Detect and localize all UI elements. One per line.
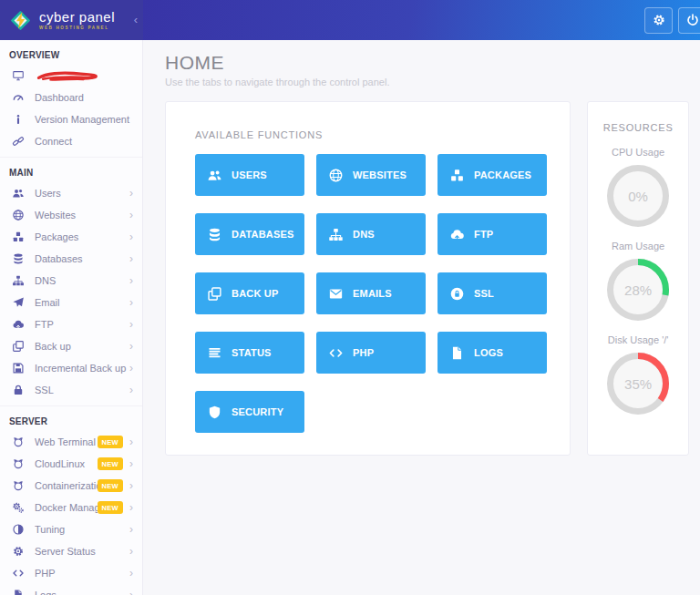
sidebar-item-dns[interactable]: DNS› bbox=[0, 270, 142, 292]
resources-panel: RESOURCES CPU Usage0%Ram Usage28%Disk Us… bbox=[587, 101, 689, 456]
sidebar-item-hostname[interactable] bbox=[0, 65, 142, 87]
sidebar-item-docker-manager[interactable]: Docker ManagerNEW› bbox=[0, 497, 142, 518]
sidebar-item-back-up[interactable]: Back up› bbox=[0, 335, 142, 357]
users-icon bbox=[207, 168, 222, 183]
sitemap-icon bbox=[12, 274, 25, 287]
main-content: HOME Use the tabs to navigate through th… bbox=[143, 40, 700, 595]
top-header: cyber panel WEB HOSTING PANEL ‹ bbox=[0, 0, 700, 40]
copy-icon bbox=[12, 340, 25, 353]
function-button-label: DATABASES bbox=[232, 229, 294, 240]
sidebar-item-packages[interactable]: Packages› bbox=[0, 226, 142, 248]
sidebar-item-email[interactable]: Email› bbox=[0, 292, 142, 313]
cubes-icon bbox=[12, 231, 25, 243]
dashboard-icon bbox=[12, 91, 25, 104]
function-button-label: SSL bbox=[474, 288, 494, 299]
sidebar-item-connect[interactable]: Connect bbox=[0, 130, 142, 152]
function-button-label: DNS bbox=[353, 229, 375, 240]
link-icon bbox=[12, 135, 25, 148]
lock-icon bbox=[12, 384, 25, 396]
chevron-right-icon: › bbox=[129, 546, 133, 557]
sidebar-item-label: Tuning bbox=[35, 524, 129, 535]
code-icon bbox=[328, 345, 344, 361]
sidebar-item-incremental-back-up[interactable]: Incremental Back up› bbox=[0, 357, 142, 379]
available-functions-panel: AVAILABLE FUNCTIONS USERSWEBSITESPACKAGE… bbox=[165, 101, 571, 456]
sidebar-item-tuning[interactable]: Tuning› bbox=[0, 518, 142, 540]
sidebar-item-logs[interactable]: Logs› bbox=[0, 584, 142, 595]
sidebar-section-overview: OVERVIEWDashboardVersion ManagementConne… bbox=[0, 40, 142, 152]
gauge-disk-usage: Disk Usage '/'35% bbox=[607, 334, 669, 415]
emails-button[interactable]: EMAILS bbox=[316, 272, 426, 314]
php-button[interactable]: PHP bbox=[316, 332, 426, 374]
new-badge: NEW bbox=[98, 501, 123, 514]
sidebar-collapse-icon[interactable]: ‹ bbox=[134, 13, 138, 26]
paper-plane-icon bbox=[12, 296, 25, 309]
databases-button[interactable]: DATABASES bbox=[195, 213, 304, 255]
gauge-ring: 35% bbox=[607, 353, 669, 415]
cyberpanel-gem-icon bbox=[8, 8, 33, 33]
sidebar-item-users[interactable]: Users› bbox=[0, 182, 142, 204]
sidebar-item-label: Server Status bbox=[35, 546, 129, 557]
dns-button[interactable]: DNS bbox=[316, 213, 426, 255]
resources-title: RESOURCES bbox=[603, 122, 674, 133]
function-button-label: SECURITY bbox=[232, 406, 283, 417]
function-button-label: USERS bbox=[232, 169, 267, 180]
logo-title: cyber panel bbox=[39, 10, 115, 24]
sidebar-item-label: Connect bbox=[35, 136, 133, 147]
gear-icon bbox=[12, 545, 25, 558]
ftp-button[interactable]: FTP bbox=[438, 213, 547, 255]
sidebar-item-label: Logs bbox=[35, 590, 129, 595]
status-button[interactable]: STATUS bbox=[195, 332, 304, 374]
sidebar-item-websites[interactable]: Websites› bbox=[0, 204, 142, 226]
logs-button[interactable]: LOGS bbox=[438, 332, 547, 374]
users-icon bbox=[12, 187, 25, 200]
sidebar-item-dashboard[interactable]: Dashboard bbox=[0, 87, 142, 108]
packages-button[interactable]: PACKAGES bbox=[438, 154, 547, 196]
sidebar-item-php[interactable]: PHP› bbox=[0, 562, 142, 584]
desktop-icon bbox=[12, 69, 25, 82]
file-icon bbox=[449, 345, 465, 361]
envelope-icon bbox=[328, 286, 344, 302]
chevron-right-icon: › bbox=[129, 436, 133, 447]
back-up-button[interactable]: BACK UP bbox=[195, 272, 304, 314]
chevron-right-icon: › bbox=[129, 275, 133, 286]
sidebar-item-cloudlinux[interactable]: CloudLinuxNEW› bbox=[0, 453, 142, 475]
function-button-label: LOGS bbox=[474, 347, 503, 358]
sidebar-item-databases[interactable]: Databases› bbox=[0, 248, 142, 270]
sidebar-item-web-terminal[interactable]: Web TerminalNEW› bbox=[0, 431, 142, 453]
sidebar-item-label: Incremental Back up bbox=[35, 363, 129, 374]
chevron-right-icon: › bbox=[129, 363, 133, 374]
settings-button[interactable] bbox=[644, 7, 673, 34]
database-icon bbox=[12, 252, 25, 265]
security-button[interactable]: SECURITY bbox=[195, 391, 304, 433]
sidebar-item-ftp[interactable]: FTP› bbox=[0, 313, 142, 335]
gauge-cpu-usage: CPU Usage0% bbox=[607, 147, 669, 227]
sitemap-icon bbox=[328, 227, 344, 242]
sidebar-item-server-status[interactable]: Server Status› bbox=[0, 540, 142, 562]
sidebar-section-label: MAIN bbox=[0, 159, 142, 182]
sidebar-item-label: DNS bbox=[35, 275, 129, 286]
gauge-ram-usage: Ram Usage28% bbox=[607, 241, 669, 321]
users-button[interactable]: USERS bbox=[195, 154, 304, 196]
gauge-label: Ram Usage bbox=[607, 241, 669, 251]
chevron-right-icon: › bbox=[129, 568, 133, 579]
gauge-value: 35% bbox=[607, 353, 669, 415]
chevron-right-icon: › bbox=[129, 502, 133, 513]
chevron-right-icon: › bbox=[129, 524, 133, 535]
sidebar-item-version-management[interactable]: Version Management bbox=[0, 108, 142, 130]
ssl-button[interactable]: SSL bbox=[438, 272, 547, 314]
sidebar-item-label: Packages bbox=[35, 231, 129, 242]
gauge-ring: 28% bbox=[607, 259, 669, 321]
gear-icon bbox=[652, 13, 666, 27]
chevron-right-icon: › bbox=[129, 231, 133, 242]
database-icon bbox=[207, 227, 222, 242]
globe-icon bbox=[12, 209, 25, 221]
status-lines-icon bbox=[207, 345, 222, 361]
sidebar-item-containerization[interactable]: ContainerizationNEW› bbox=[0, 475, 142, 497]
power-button[interactable] bbox=[678, 7, 700, 34]
websites-button[interactable]: WEBSITES bbox=[316, 154, 426, 196]
sidebar-item-label: Containerization bbox=[35, 480, 98, 491]
logo-area[interactable]: cyber panel WEB HOSTING PANEL ‹ bbox=[0, 0, 143, 40]
chevron-right-icon: › bbox=[129, 253, 133, 264]
sidebar-item-ssl[interactable]: SSL› bbox=[0, 379, 142, 401]
cubes-icon bbox=[449, 168, 465, 183]
